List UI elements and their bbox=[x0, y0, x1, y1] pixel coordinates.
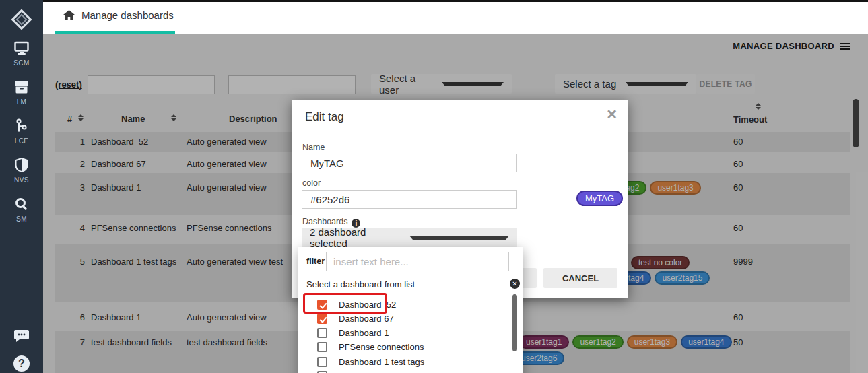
chevron-down-icon bbox=[409, 236, 509, 240]
sidebar-item-lm[interactable]: LM bbox=[0, 73, 43, 112]
sidebar-item-lce[interactable]: LCE bbox=[0, 112, 43, 151]
dashboards-select-dropdown[interactable]: 2 dashboard selected bbox=[302, 228, 517, 247]
dashboard-list-item[interactable]: Dashboard 1 test tags bbox=[298, 357, 500, 371]
dashboard-filter-input[interactable] bbox=[326, 252, 509, 271]
sidebar-item-sm[interactable]: SM bbox=[0, 190, 43, 229]
checkbox[interactable] bbox=[317, 342, 327, 352]
dashboard-list-item-label: PFSense connections bbox=[339, 342, 424, 352]
dashboard-list-item[interactable]: Dashboard 1 bbox=[298, 328, 500, 342]
sidebar-item-label: NVS bbox=[14, 176, 29, 184]
diamond-logo-shape bbox=[11, 9, 32, 30]
cancel-button[interactable]: CANCEL bbox=[543, 268, 617, 288]
sidebar: SCM LM LCE NVS SM ? bbox=[0, 0, 43, 373]
dashboards-select-value: 2 dashboard selected bbox=[310, 226, 403, 249]
search-icon bbox=[15, 196, 29, 212]
dashboard-list-item-label: Dashboard 1 test tags bbox=[339, 357, 424, 367]
modal-title: Edit tag bbox=[305, 110, 344, 124]
home-icon bbox=[63, 10, 75, 20]
help-icon: ? bbox=[13, 355, 30, 372]
breadcrumb[interactable]: Manage dashboards bbox=[63, 9, 174, 21]
checkbox[interactable] bbox=[317, 328, 327, 338]
sidebar-item-nvs[interactable]: NVS bbox=[0, 151, 43, 190]
sidebar-item-label: LCE bbox=[15, 137, 29, 145]
list-scrollbar-thumb[interactable] bbox=[512, 294, 517, 351]
topbar: Manage dashboards bbox=[43, 0, 868, 34]
sidebar-item-label: SM bbox=[16, 215, 27, 223]
branch-icon bbox=[15, 118, 28, 134]
dashboard-list-item-label: Dashboard 1 bbox=[339, 328, 389, 338]
chat-icon bbox=[13, 329, 30, 343]
breadcrumb-label: Manage dashboards bbox=[81, 9, 174, 21]
dashboard-list-item[interactable]: Dashboard 52 bbox=[298, 300, 500, 314]
sidebar-item-help[interactable]: ? bbox=[0, 355, 43, 372]
checkbox[interactable] bbox=[317, 357, 327, 367]
clear-selection-icon[interactable]: ✕ bbox=[510, 279, 520, 289]
filter-label: filter bbox=[306, 257, 325, 266]
sidebar-nav: SCM LM LCE NVS SM bbox=[0, 34, 43, 229]
sidebar-item-chat[interactable] bbox=[0, 329, 43, 343]
name-field-label: Name bbox=[302, 143, 325, 152]
dashboard-list-item-label: Dashboard 52 bbox=[339, 300, 396, 310]
app-logo-icon[interactable] bbox=[0, 5, 43, 34]
dashboard-list-item-label: Dashboard 67 bbox=[339, 314, 394, 324]
checkbox[interactable] bbox=[317, 300, 327, 310]
sidebar-item-label: LM bbox=[17, 98, 27, 106]
close-icon[interactable]: ✕ bbox=[606, 106, 617, 123]
list-label: Select a dashboard from list bbox=[306, 279, 415, 290]
tag-preview-badge: MyTAG bbox=[576, 191, 623, 206]
tag-color-input[interactable] bbox=[302, 190, 517, 209]
window-top-edge bbox=[43, 0, 868, 2]
dashboard-list-item[interactable]: PFSense connections bbox=[298, 342, 500, 356]
checkbox[interactable] bbox=[317, 314, 327, 324]
dashboard-select-panel: filter Select a dashboard from list ✕ Da… bbox=[298, 247, 523, 373]
monitor-icon bbox=[14, 40, 29, 56]
sidebar-item-label: SCM bbox=[13, 59, 29, 67]
color-field-label: color bbox=[302, 178, 321, 188]
tag-name-input[interactable] bbox=[302, 154, 517, 172]
dashboard-list-item[interactable]: Dashboard 67 bbox=[298, 314, 500, 328]
archive-icon bbox=[14, 79, 29, 95]
shield-icon bbox=[15, 157, 28, 173]
sidebar-item-scm[interactable]: SCM bbox=[0, 34, 43, 73]
